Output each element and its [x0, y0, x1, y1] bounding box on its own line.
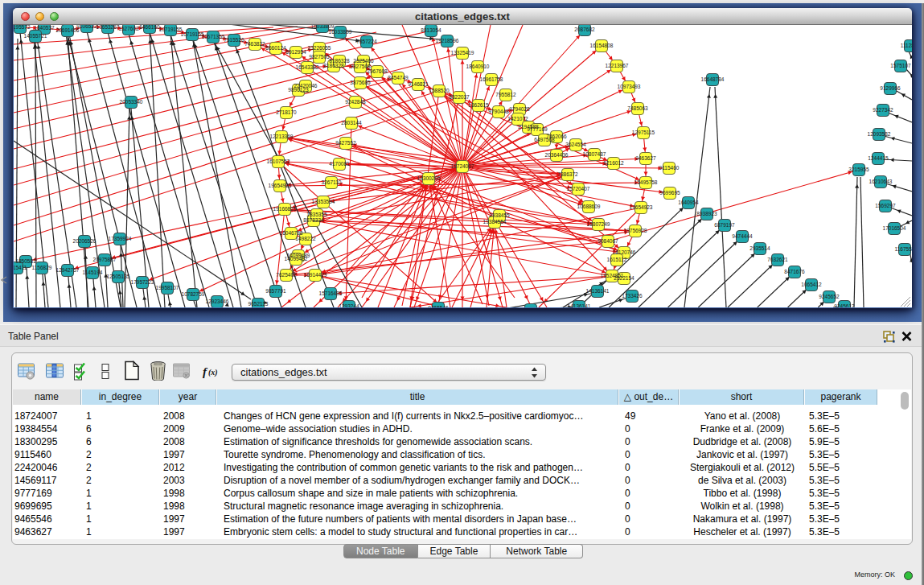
svg-text:19654925: 19654925	[269, 183, 292, 188]
svg-text:6466160: 6466160	[139, 25, 160, 30]
svg-text:9195572: 9195572	[14, 25, 31, 30]
svg-text:1065412: 1065412	[801, 282, 822, 287]
svg-text:15720407: 15720407	[567, 186, 590, 192]
svg-text:9699695: 9699695	[520, 307, 541, 307]
svg-text:1498222: 1498222	[295, 236, 316, 241]
svg-text:10782759: 10782759	[182, 291, 205, 297]
svg-text:8878334: 8878334	[303, 217, 324, 223]
svg-text:13353594: 13353594	[312, 199, 335, 204]
svg-text:8660124: 8660124	[265, 45, 286, 51]
svg-text:10653267: 10653267	[97, 25, 120, 30]
svg-text:23226055: 23226055	[308, 45, 331, 51]
svg-text:12093582: 12093582	[868, 131, 891, 137]
svg-text:17359924: 17359924	[109, 236, 132, 241]
svg-text:2522154: 2522154	[614, 275, 634, 281]
svg-text:9106522: 9106522	[76, 25, 97, 29]
svg-text:9084067: 9084067	[598, 238, 618, 244]
svg-text:4170081: 4170081	[329, 161, 350, 167]
svg-text:10719155: 10719155	[181, 31, 204, 37]
svg-text:20206526: 20206526	[73, 238, 97, 244]
svg-text:9474444: 9474444	[732, 233, 753, 239]
svg-text:7462066: 7462066	[546, 134, 567, 139]
svg-text:9777169: 9777169	[527, 126, 548, 132]
svg-text:7625402: 7625402	[276, 272, 297, 278]
svg-text:10807487: 10807487	[583, 151, 606, 157]
svg-text:7485063: 7485063	[627, 105, 648, 111]
svg-text:7386372: 7386372	[557, 171, 578, 177]
svg-text:1733426: 1733426	[622, 293, 643, 299]
svg-text:2967608: 2967608	[367, 68, 388, 74]
svg-text:16120746: 16120746	[613, 249, 636, 255]
svg-text:1615112: 1615112	[607, 257, 627, 262]
svg-text:8822037: 8822037	[449, 94, 470, 100]
svg-text:1335355: 1335355	[306, 212, 327, 217]
svg-text:20364436: 20364436	[545, 152, 569, 158]
svg-text:3215955: 3215955	[848, 167, 869, 172]
svg-text:12942757: 12942757	[56, 267, 80, 273]
svg-text:1569297: 1569297	[875, 203, 896, 208]
svg-text:9227342: 9227342	[873, 107, 893, 113]
svg-text:2325466: 2325466	[353, 58, 374, 64]
svg-text:9794028: 9794028	[509, 106, 530, 112]
svg-text:(x): (x)	[208, 368, 218, 377]
svg-text:16648784: 16648784	[701, 76, 725, 82]
svg-text:17016504: 17016504	[883, 225, 906, 231]
svg-text:1362615: 1362615	[468, 102, 489, 108]
svg-text:10688609: 10688609	[577, 204, 601, 209]
svg-text:1156829: 1156829	[32, 265, 52, 270]
svg-text:19654923: 19654923	[630, 204, 653, 210]
svg-text:7857224: 7857224	[356, 39, 377, 44]
svg-text:8912954: 8912954	[285, 49, 306, 55]
svg-text:9827505: 9827505	[309, 54, 330, 60]
svg-text:9245612: 9245612	[834, 303, 855, 307]
svg-text:3915411: 3915411	[14, 265, 27, 270]
svg-text:19958107: 19958107	[156, 285, 179, 290]
svg-text:7955812: 7955812	[495, 92, 516, 97]
svg-text:8186328: 8186328	[329, 58, 350, 64]
svg-text:8938923: 8938923	[696, 211, 717, 216]
svg-text:6879197: 6879197	[714, 222, 735, 228]
svg-text:3267110: 3267110	[322, 179, 342, 185]
svg-text:12213369: 12213369	[270, 134, 294, 139]
svg-text:10719155: 10719155	[159, 27, 183, 32]
svg-text:19166825: 19166825	[273, 206, 297, 212]
svg-text:2718170: 2718170	[276, 109, 297, 115]
svg-text:9463627: 9463627	[635, 155, 656, 161]
svg-text:1588520: 1588520	[429, 88, 450, 93]
svg-text:9146821: 9146821	[408, 81, 429, 87]
svg-text:9427552: 9427552	[335, 140, 356, 146]
svg-text:12213967: 12213967	[606, 63, 629, 68]
svg-text:20053340: 20053340	[120, 99, 143, 105]
svg-text:2938455: 2938455	[489, 212, 510, 218]
svg-text:1575107: 1575107	[890, 63, 911, 68]
svg-text:18300295: 18300295	[417, 175, 441, 181]
svg-text:3875685: 3875685	[350, 80, 371, 85]
svg-text:7632621: 7632621	[767, 257, 788, 262]
svg-text:15495758: 15495758	[634, 179, 658, 185]
svg-text:16154808: 16154808	[590, 43, 614, 48]
svg-text:1145194: 1145194	[83, 270, 103, 275]
svg-text:19384554: 19384554	[483, 219, 507, 225]
svg-text:14136141: 14136141	[586, 288, 610, 294]
svg-text:16046788: 16046788	[280, 230, 303, 236]
svg-text:9115460: 9115460	[659, 165, 680, 171]
svg-text:16961758: 16961758	[480, 76, 503, 82]
svg-text:1640954: 1640954	[678, 200, 699, 205]
svg-text:12923446: 12923446	[206, 299, 229, 304]
svg-text:8813054: 8813054	[421, 27, 441, 33]
svg-text:20975887: 20975887	[93, 257, 117, 262]
svg-text:2935514: 2935514	[749, 245, 770, 251]
svg-text:12505135: 12505135	[107, 274, 130, 279]
svg-text:14136141: 14136141	[568, 303, 591, 307]
svg-text:12975115: 12975115	[632, 130, 655, 135]
svg-text:14099482: 14099482	[285, 256, 308, 262]
svg-text:18807249: 18807249	[587, 221, 610, 227]
svg-text:1167553: 1167553	[895, 246, 912, 252]
svg-text:8471676: 8471676	[784, 269, 805, 274]
svg-text:17957223: 17957223	[131, 279, 154, 285]
svg-text:16543382: 16543382	[296, 64, 319, 70]
svg-text:8186328: 8186328	[323, 63, 344, 68]
svg-text:2803144: 2803144	[341, 120, 362, 126]
svg-text:14055721: 14055721	[24, 33, 47, 39]
svg-text:10671355: 10671355	[202, 34, 225, 39]
